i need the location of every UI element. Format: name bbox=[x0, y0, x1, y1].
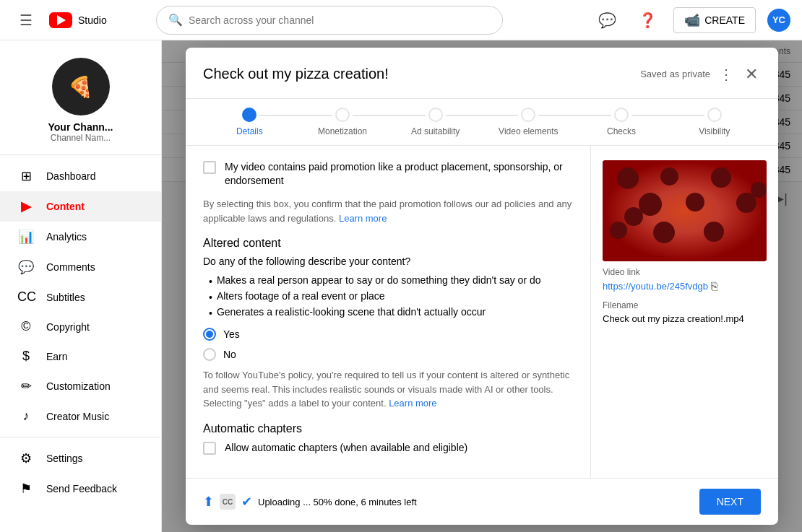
sidebar-item-creator-music[interactable]: ♪ Creator Music bbox=[0, 401, 161, 431]
top-nav: ☰ Studio 🔍 💬 ❓ 📹 CREATE YC bbox=[0, 0, 802, 40]
modal-menu-button[interactable]: ⋮ bbox=[716, 63, 736, 86]
sidebar-label-subtitles: Subtitles bbox=[46, 292, 85, 303]
subtitles-icon: CC bbox=[17, 289, 35, 305]
topping-10 bbox=[751, 182, 767, 198]
comments-icon: 💬 bbox=[17, 259, 35, 275]
step-checks[interactable]: Checks bbox=[575, 108, 668, 136]
altered-content-question: Do any of the following describe your co… bbox=[203, 256, 573, 267]
sidebar-label-feedback: Send Feedback bbox=[46, 483, 117, 494]
sidebar-item-comments[interactable]: 💬 Comments bbox=[0, 252, 161, 282]
policy-learn-more[interactable]: Learn more bbox=[389, 398, 436, 409]
modal-left: My video contains paid promotion like a … bbox=[186, 146, 590, 478]
bullet-text-2: Alters footage of a real event or place bbox=[217, 290, 385, 302]
search-bar[interactable]: 🔍 bbox=[156, 6, 503, 35]
sidebar-item-send-feedback[interactable]: ⚑ Send Feedback bbox=[0, 474, 161, 504]
radio-yes[interactable] bbox=[203, 328, 216, 341]
sidebar-item-dashboard[interactable]: ⊞ Dashboard bbox=[0, 161, 161, 191]
paid-promo-learn-more[interactable]: Learn more bbox=[339, 213, 387, 224]
sidebar-label-customization: Customization bbox=[46, 380, 111, 392]
step-circle-video-elements bbox=[521, 108, 535, 122]
search-input[interactable] bbox=[189, 14, 491, 26]
modal-header-right: Saved as private ⋮ ✕ bbox=[640, 62, 761, 87]
bullet-text-3: Generates a realistic-looking scene that… bbox=[217, 306, 486, 318]
sidebar-item-copyright[interactable]: © Copyright bbox=[0, 312, 161, 341]
app-body: 🍕 Your Chann... Channel Nam... ⊞ Dashboa… bbox=[0, 40, 802, 532]
step-label-monetization: Monetization bbox=[318, 126, 367, 136]
radio-no-label: No bbox=[223, 349, 236, 360]
altered-content-bullets: • Makes a real person appear to say or d… bbox=[209, 274, 573, 319]
step-ad-suitability[interactable]: Ad suitability bbox=[389, 108, 482, 136]
next-button[interactable]: NEXT bbox=[699, 489, 761, 515]
step-circle-monetization bbox=[335, 108, 350, 122]
channel-info: 🍕 Your Chann... Channel Nam... bbox=[0, 46, 161, 155]
filename-label: Filename bbox=[603, 300, 767, 310]
radio-no[interactable] bbox=[203, 348, 216, 361]
video-link[interactable]: https://youtu.be/245fvdgb bbox=[603, 281, 708, 292]
modal-header: Check out my pizza creation! Saved as pr… bbox=[186, 48, 778, 99]
channel-avatar: 🍕 bbox=[52, 58, 110, 115]
step-monetization[interactable]: Monetization bbox=[296, 108, 389, 136]
sidebar-label-comments: Comments bbox=[46, 261, 95, 273]
topping-5 bbox=[686, 193, 704, 212]
modal-title: Check out my pizza creation! bbox=[203, 66, 389, 82]
modal-overlay[interactable]: Check out my pizza creation! Saved as pr… bbox=[162, 40, 802, 532]
sidebar-label-settings: Settings bbox=[46, 453, 83, 464]
nav-right: 💬 ❓ 📹 CREATE YC bbox=[592, 6, 790, 35]
paid-promo-checkbox[interactable] bbox=[203, 161, 216, 174]
paid-promo-helper: By selecting this box, you confirm that … bbox=[203, 197, 573, 225]
sidebar-item-settings[interactable]: ⚙ Settings bbox=[0, 443, 161, 474]
studio-wordmark: Studio bbox=[78, 14, 107, 26]
step-visibility[interactable]: Visibility bbox=[668, 108, 761, 136]
altered-content-title: Altered content bbox=[203, 237, 573, 250]
topping-1 bbox=[617, 167, 639, 189]
nav-left: ☰ Studio bbox=[12, 6, 107, 35]
copyright-icon: © bbox=[17, 319, 35, 334]
step-circle-checks bbox=[614, 108, 629, 122]
radio-no-row[interactable]: No bbox=[203, 348, 573, 361]
sidebar-item-earn[interactable]: $ Earn bbox=[0, 341, 161, 371]
sidebar: 🍕 Your Chann... Channel Nam... ⊞ Dashboa… bbox=[0, 40, 162, 532]
step-details[interactable]: Details bbox=[203, 108, 296, 136]
cc-badge: CC bbox=[220, 494, 236, 510]
video-meta: Video link https://youtu.be/245fvdgb ⎘ F… bbox=[603, 267, 767, 324]
channel-name: Your Chann... bbox=[12, 121, 150, 133]
create-button[interactable]: 📹 CREATE bbox=[673, 7, 756, 33]
video-link-label: Video link bbox=[603, 267, 767, 277]
sidebar-item-customization[interactable]: ✏ Customization bbox=[0, 371, 161, 401]
step-label-video-elements: Video elements bbox=[499, 126, 559, 136]
sidebar-item-analytics[interactable]: 📊 Analytics bbox=[0, 222, 161, 252]
step-label-details: Details bbox=[236, 126, 263, 136]
check-icon: ✔ bbox=[241, 494, 252, 510]
main-content: Views Comments 12,345 345 12,345 345 12,… bbox=[162, 40, 802, 532]
step-video-elements[interactable]: Video elements bbox=[482, 108, 575, 136]
paid-promo-label: My video contains paid promotion like a … bbox=[225, 160, 573, 188]
content-icon: ▶ bbox=[17, 199, 35, 214]
avatar[interactable]: YC bbox=[767, 9, 790, 32]
step-circle-details bbox=[242, 108, 256, 122]
radio-yes-row[interactable]: Yes bbox=[203, 328, 573, 341]
auto-chapters-row: Allow automatic chapters (when available… bbox=[203, 441, 573, 455]
bullet-item-1: • Makes a real person appear to say or d… bbox=[209, 274, 573, 287]
topping-11 bbox=[624, 207, 643, 226]
modal-right: Video link https://youtu.be/245fvdgb ⎘ F… bbox=[590, 146, 778, 478]
stepper: Details Monetization Ad suitability Vide… bbox=[186, 99, 778, 146]
messages-icon[interactable]: 💬 bbox=[592, 6, 621, 35]
bullet-dot-3: • bbox=[209, 308, 212, 319]
topping-3 bbox=[711, 167, 731, 188]
auto-chapters-checkbox[interactable] bbox=[203, 442, 216, 455]
modal-footer: ⬆ CC ✔ Uploading ... 50% done, 6 minutes… bbox=[186, 478, 778, 525]
copy-icon[interactable]: ⎘ bbox=[711, 280, 718, 293]
search-icon: 🔍 bbox=[168, 13, 183, 27]
sidebar-item-content[interactable]: ▶ Content bbox=[0, 191, 161, 222]
topping-2 bbox=[660, 167, 678, 186]
sidebar-label-creator-music: Creator Music bbox=[46, 411, 109, 422]
help-icon[interactable]: ❓ bbox=[633, 6, 662, 35]
bullet-dot-1: • bbox=[209, 276, 212, 287]
sidebar-item-subtitles[interactable]: CC Subtitles bbox=[0, 282, 161, 312]
upload-icon: ⬆ bbox=[203, 494, 214, 510]
policy-text: To follow YouTube's policy, you're requi… bbox=[203, 368, 573, 411]
modal-close-button[interactable]: ✕ bbox=[742, 62, 761, 87]
camera-icon: 📹 bbox=[684, 12, 700, 28]
footer-left: ⬆ CC ✔ Uploading ... 50% done, 6 minutes… bbox=[203, 494, 417, 510]
hamburger-icon[interactable]: ☰ bbox=[12, 6, 40, 35]
